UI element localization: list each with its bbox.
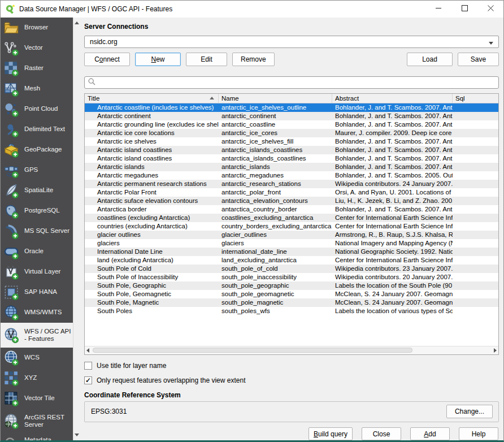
cell-abstract: Labels the location of the South Pole (9…: [332, 281, 453, 290]
wfs-panel: Server Connections nsidc.org ConnectNewE…: [80, 18, 503, 440]
scroll-down-icon[interactable]: [73, 431, 80, 439]
sidebar-item-vector-tile[interactable]: Vector Tile: [1, 388, 73, 409]
save-button[interactable]: Save: [458, 53, 499, 66]
table-row[interactable]: South Pole, Geographicsouth_pole_geograp…: [85, 281, 498, 290]
sidebar-item-vector[interactable]: Vector: [1, 38, 73, 58]
sidebar-item-browser[interactable]: Browser: [1, 18, 73, 38]
sidebar-item-wfs-ogc-api[interactable]: WFS / OGC API - Features: [1, 323, 73, 348]
cell-title: Antarctic ice shelves: [85, 137, 219, 146]
sidebar-item-label: ArcGIS REST Server: [24, 414, 72, 428]
sidebar-item-gps[interactable]: GPS: [1, 160, 73, 180]
sidebar-item-xyz[interactable]: XYZ: [1, 368, 73, 388]
scroll-left-icon[interactable]: [86, 348, 89, 353]
horizontal-scrollbar[interactable]: [85, 346, 498, 354]
column-header-abstract[interactable]: Abstract: [332, 94, 453, 103]
sidebar-item-geopackage[interactable]: GeoPackage: [1, 140, 73, 160]
sidebar-item-spatialite[interactable]: SpatiaLite: [1, 180, 73, 201]
table-row[interactable]: Antarctic suface elevation contoursantar…: [85, 197, 498, 205]
table-row[interactable]: South Pole of Inaccessibilitysouth_pole_…: [85, 273, 498, 281]
table-row[interactable]: Antarctic coastline (includes ice shelve…: [85, 103, 498, 112]
sidebar-item-wms-wmts[interactable]: WMS/WMTS: [1, 302, 73, 323]
table-row[interactable]: South Pole, Magneticsouth_pole_magneticM…: [85, 298, 498, 307]
table-row[interactable]: South Polessouth_poles_wfsLabels the loc…: [85, 307, 498, 315]
help-button[interactable]: Help: [459, 427, 498, 440]
sidebar-item-virtual-layer[interactable]: Virtual Layer: [1, 262, 73, 282]
change-crs-button[interactable]: Change...: [446, 405, 493, 418]
sidebar-item-oracle[interactable]: Oracle: [1, 241, 73, 262]
delimited-text-icon: [3, 122, 19, 137]
sidebar-item-postgresql[interactable]: PostgreSQL: [1, 201, 73, 221]
table-row[interactable]: glacier outlinesglacier_outlinesArmstron…: [85, 231, 498, 239]
cell-name: glaciers: [219, 239, 332, 248]
cell-abstract: Bohlander, J. and T. Scambos. 2007. Ant.…: [332, 146, 453, 154]
sidebar-item-label: Vector: [24, 44, 43, 51]
table-row[interactable]: countries (excluding Antarctica)country_…: [85, 222, 498, 231]
server-connections-heading: Server Connections: [84, 23, 499, 31]
table-row[interactable]: Antarctic island coastlinesantarctica_is…: [85, 154, 498, 163]
table-row[interactable]: South Pole, Geomagneticsouth_pole_geomag…: [85, 290, 498, 298]
use-title-option[interactable]: Use title for layer name: [84, 362, 499, 370]
table-row[interactable]: Antarctic islandsantarctic_islandsBohlan…: [85, 163, 498, 171]
cell-sql: [453, 112, 498, 120]
maximize-button[interactable]: [451, 1, 477, 18]
cell-sql: [453, 188, 498, 197]
new-button[interactable]: New: [135, 53, 181, 66]
wcs-icon: [3, 350, 19, 366]
close-button[interactable]: [477, 1, 503, 18]
load-button[interactable]: Load: [407, 53, 453, 66]
virtual-layer-icon: [3, 264, 19, 280]
filter-box[interactable]: [84, 76, 499, 88]
sidebar-item-ms-sql-server[interactable]: MS SQL Server: [1, 221, 73, 241]
minimize-button[interactable]: [425, 1, 451, 18]
close-button[interactable]: Close: [362, 427, 401, 440]
table-row[interactable]: Antarctic continentantarctic_continentBo…: [85, 112, 498, 120]
sidebar-item-label: Raster: [24, 64, 44, 72]
table-row[interactable]: South Pole of Coldsouth_pole_of_coldWiki…: [85, 265, 498, 273]
sidebar-item-label: Oracle: [24, 248, 44, 255]
connection-select[interactable]: nsidc.org: [84, 36, 499, 48]
scrollbar-thumb[interactable]: [93, 348, 412, 353]
sidebar-item-label: GeoPackage: [24, 146, 62, 153]
cell-abstract: Center for International Earth Science I…: [332, 214, 453, 222]
table-row[interactable]: land (excluding Antarctica)land_excludin…: [85, 256, 498, 265]
column-header-sql[interactable]: Sql: [453, 94, 498, 103]
cell-abstract: Bohlander, J. and T. Scambos. 2007. Ant.…: [332, 112, 453, 120]
table-row[interactable]: Antarctic megadunesantarctic_megadunesBo…: [85, 171, 498, 180]
table-row[interactable]: Antarctic grounding line (excludes ice s…: [85, 120, 498, 129]
edit-button[interactable]: Edit: [186, 53, 227, 66]
table-row[interactable]: International Date Lineinternational_dat…: [85, 248, 498, 256]
sidebar-item-mesh[interactable]: Mesh: [1, 79, 73, 99]
add-button[interactable]: Add: [410, 427, 450, 440]
table-body: Antarctic coastline (includes ice shelve…: [85, 103, 498, 346]
table-row[interactable]: Antarctic island coastlinesantarctic_isl…: [85, 146, 498, 154]
overlap-checkbox[interactable]: ✓: [84, 376, 92, 384]
column-header-title[interactable]: Title: [85, 94, 219, 103]
table-row[interactable]: Antarctic ice shelvesantarctic_ice_shelv…: [85, 137, 498, 146]
scroll-right-icon[interactable]: [494, 348, 497, 353]
use-title-checkbox[interactable]: [84, 362, 92, 370]
table-row[interactable]: Antarctic Polar Frontantarctic_polar_fro…: [85, 188, 498, 197]
cell-name: antarctic_islands: [219, 163, 332, 171]
sidebar-item-raster[interactable]: Raster: [1, 58, 73, 79]
table-row[interactable]: Antarctic permanent research stationsant…: [85, 180, 498, 188]
connect-button[interactable]: Connect: [84, 53, 130, 66]
overlap-option[interactable]: ✓ Only request features overlapping the …: [84, 376, 499, 384]
sidebar-item-metadata-search[interactable]: Metadata Search: [1, 434, 73, 440]
connection-buttons-row: ConnectNewEditRemove LoadSave: [84, 53, 499, 66]
build-query-button[interactable]: Build query: [309, 427, 353, 440]
table-row[interactable]: glaciersglaciersNational Imagery and Map…: [85, 239, 498, 248]
table-row[interactable]: coastlines (excluding Antarctica)coastli…: [85, 214, 498, 222]
sidebar-item-arcgis-rest[interactable]: ArcGIS REST Server: [1, 409, 73, 434]
sidebar-item-wcs[interactable]: WCS: [1, 348, 73, 368]
search-input[interactable]: [98, 79, 495, 86]
remove-button[interactable]: Remove: [232, 53, 275, 66]
minimize-icon: [436, 5, 442, 13]
table-row[interactable]: Antarctic ice core locationsantarctic_ic…: [85, 129, 498, 137]
scroll-up-icon[interactable]: [73, 19, 80, 27]
sidebar-item-point-cloud[interactable]: Point Cloud: [1, 99, 73, 119]
column-header-name[interactable]: Name: [219, 94, 332, 103]
sidebar-item-sap-hana[interactable]: SAP HANA: [1, 282, 73, 302]
table-row[interactable]: Antarctica borderantarctica_country_bord…: [85, 205, 498, 214]
sidebar-item-delimited-text[interactable]: Delimited Text: [1, 119, 73, 140]
sidebar-scrollbar[interactable]: [73, 18, 80, 440]
